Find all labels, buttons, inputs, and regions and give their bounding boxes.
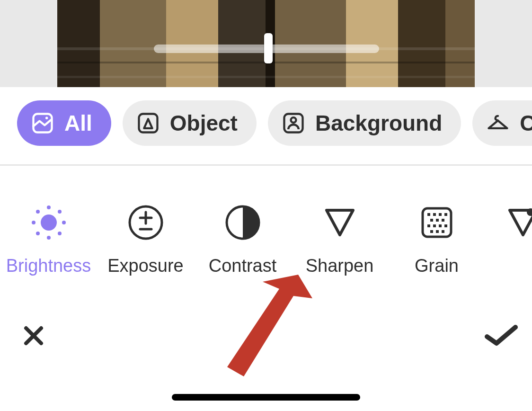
pill-label: Background <box>315 110 442 136</box>
all-icon <box>30 111 55 135</box>
background-icon <box>281 111 306 135</box>
svg-point-22 <box>62 221 66 224</box>
adjust-sharpen[interactable]: Sharpen <box>291 204 388 284</box>
adjust-brightness[interactable]: Brightness <box>0 204 97 284</box>
svg-rect-39 <box>442 219 444 222</box>
svg-rect-8 <box>398 0 445 87</box>
svg-point-25 <box>36 232 40 235</box>
pill-label: Cl <box>520 110 532 136</box>
adjust-label: Brightness <box>0 256 97 276</box>
adjust-label: Sharpen <box>291 256 388 276</box>
selection-target-row: All Object Background <box>0 97 532 149</box>
svg-rect-3 <box>166 0 218 87</box>
brightness-icon <box>30 204 68 241</box>
svg-rect-38 <box>436 219 439 222</box>
pill-object[interactable]: Object <box>123 100 257 146</box>
svg-rect-4 <box>218 0 266 87</box>
home-indicator[interactable] <box>172 394 360 401</box>
svg-point-19 <box>47 206 51 209</box>
adjust-slider-thumb[interactable] <box>264 33 273 63</box>
adjust-label: Contrast <box>194 256 291 276</box>
adjust-fine[interactable]: Fir <box>485 204 532 284</box>
check-icon <box>484 324 518 349</box>
svg-point-17 <box>291 117 296 123</box>
contrast-icon <box>224 204 262 241</box>
image-preview[interactable] <box>0 0 532 87</box>
cancel-button[interactable] <box>21 324 46 349</box>
svg-rect-35 <box>439 213 442 216</box>
object-icon <box>136 111 160 135</box>
confirm-button[interactable] <box>483 324 520 349</box>
close-icon <box>22 324 45 349</box>
svg-point-14 <box>45 116 48 119</box>
svg-point-23 <box>36 210 40 214</box>
svg-rect-33 <box>427 213 430 216</box>
annotation-arrow <box>218 270 322 379</box>
adjust-grain[interactable]: Grain <box>388 204 485 284</box>
svg-rect-1 <box>57 0 100 87</box>
svg-rect-40 <box>427 224 430 227</box>
adjustments-row: Brightness Exposure Contrast <box>0 204 532 284</box>
adjust-label: Exposure <box>97 256 194 276</box>
svg-point-18 <box>41 214 57 231</box>
divider <box>0 164 532 166</box>
svg-rect-46 <box>442 230 444 233</box>
pill-label: All <box>64 110 92 136</box>
svg-rect-37 <box>430 219 433 222</box>
svg-point-26 <box>58 232 62 235</box>
editor-screen: All Object Background <box>0 0 532 411</box>
svg-rect-9 <box>445 0 475 87</box>
svg-rect-6 <box>275 0 346 87</box>
exposure-icon <box>127 204 165 241</box>
svg-rect-45 <box>436 230 439 233</box>
svg-point-24 <box>58 210 62 214</box>
svg-point-21 <box>32 221 35 224</box>
pill-all[interactable]: All <box>17 100 111 146</box>
svg-rect-42 <box>439 224 442 227</box>
svg-rect-7 <box>346 0 398 87</box>
hanger-icon <box>486 111 510 135</box>
adjust-label: Fir <box>504 256 532 276</box>
svg-rect-12 <box>57 76 475 78</box>
grain-icon <box>418 204 456 241</box>
svg-rect-2 <box>100 0 166 87</box>
svg-rect-44 <box>430 230 433 233</box>
svg-rect-34 <box>433 213 436 216</box>
svg-rect-15 <box>139 114 157 133</box>
pill-clothes[interactable]: Cl <box>472 100 532 146</box>
adjust-exposure[interactable]: Exposure <box>97 204 194 284</box>
pill-background[interactable]: Background <box>268 100 461 146</box>
svg-point-20 <box>47 236 51 240</box>
adjust-label: Grain <box>388 256 485 276</box>
adjust-contrast[interactable]: Contrast <box>194 204 291 284</box>
svg-marker-50 <box>227 275 312 376</box>
svg-rect-41 <box>433 224 436 227</box>
fine-icon <box>504 204 532 241</box>
svg-rect-43 <box>444 224 447 227</box>
sharpen-icon <box>321 204 359 241</box>
svg-rect-36 <box>444 213 447 216</box>
pill-label: Object <box>170 110 238 136</box>
